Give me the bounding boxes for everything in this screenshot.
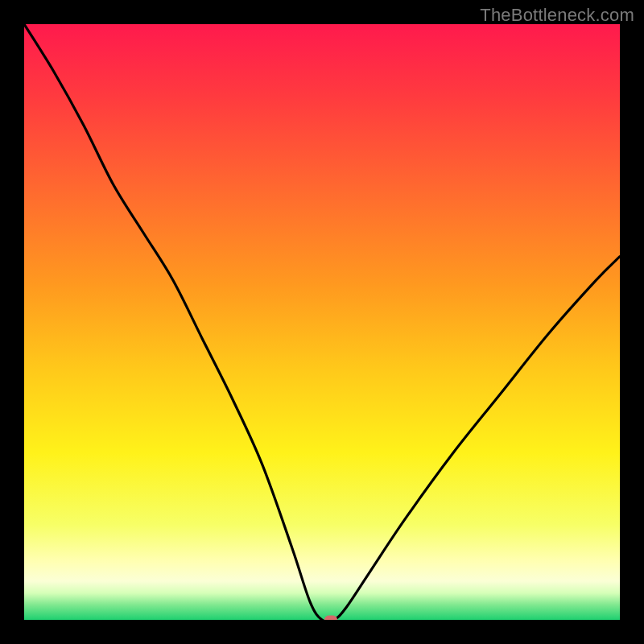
optimum-marker (324, 616, 337, 621)
bottleneck-curve (24, 24, 620, 620)
plot-area (24, 24, 620, 620)
curve-layer (24, 24, 620, 620)
watermark-text: TheBottleneck.com (480, 5, 634, 26)
